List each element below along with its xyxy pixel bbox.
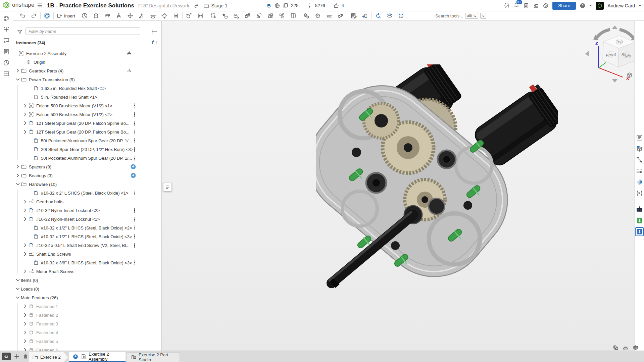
hide-others-button[interactable] xyxy=(386,12,393,19)
chev-right-icon[interactable] xyxy=(15,68,21,74)
tree-row[interactable]: Loads (0) xyxy=(13,285,161,293)
tree-row[interactable]: 50t Pocketed Aluminum Spur Gear (20 DP, … xyxy=(13,136,161,145)
tree-row[interactable]: Gearbox bolts xyxy=(13,197,161,206)
chev-down-icon[interactable] xyxy=(15,286,21,292)
tape-measure-icon[interactable] xyxy=(612,344,619,351)
chev-down-icon[interactable] xyxy=(15,76,21,83)
like-icon[interactable] xyxy=(333,3,339,9)
gear-relation-button[interactable] xyxy=(314,12,321,19)
script-check-icon[interactable] xyxy=(504,3,510,9)
dots-badge-icon[interactable] xyxy=(132,155,138,161)
tree-row[interactable]: 50t Pocketed Aluminum Spur Gear (20 DP, … xyxy=(13,154,161,162)
user-menu-caret-icon[interactable] xyxy=(639,5,641,6)
dots-badge-icon[interactable] xyxy=(132,190,138,196)
tree-row[interactable]: Fastened 2 xyxy=(13,311,161,319)
chev-down-icon[interactable] xyxy=(15,295,21,301)
chev-down-icon[interactable] xyxy=(15,277,21,283)
chev-right-icon[interactable] xyxy=(22,199,28,205)
tree-row[interactable]: #10-32 x 3/8" L BHCS (Steel, Black Oxide… xyxy=(13,258,161,267)
chev-right-icon[interactable] xyxy=(22,216,28,222)
tree-row[interactable]: 1.625 in. Rounded Hex Shaft <1> xyxy=(13,84,161,93)
replicate-button[interactable] xyxy=(244,12,251,19)
dots-badge-icon[interactable] xyxy=(132,216,138,222)
panel-flyout-handle[interactable] xyxy=(163,183,172,192)
planar-mate-button[interactable] xyxy=(127,12,134,19)
chev-right-icon[interactable] xyxy=(22,242,28,248)
search-tools[interactable]: Search tools... alt/⌥ c xyxy=(435,11,486,20)
tree-row[interactable]: #10-32 Nylon-Insert Locknut <2> xyxy=(13,206,161,215)
revolute-mate-button[interactable] xyxy=(104,12,111,19)
exploded-view-button[interactable] xyxy=(397,12,405,19)
tree-row[interactable]: Spacers (8) xyxy=(13,162,161,171)
chev-right-icon[interactable] xyxy=(22,321,28,327)
robot-app-icon[interactable] xyxy=(636,206,643,213)
tree-row[interactable]: #10-32 x 1/2" L BHCS (Steel, Black Oxide… xyxy=(13,232,161,241)
tree-row[interactable]: Items (0) xyxy=(13,276,161,285)
tables-icon[interactable] xyxy=(3,70,10,77)
fx-icon[interactable] xyxy=(636,190,643,197)
chev-right-icon[interactable] xyxy=(15,172,21,178)
distance-limit-button[interactable] xyxy=(197,12,204,19)
chev-right-icon[interactable] xyxy=(22,312,28,318)
book-blue-icon[interactable] xyxy=(636,228,643,235)
bom-edit-button[interactable] xyxy=(350,12,357,19)
tree-row[interactable]: Power Transmission (9) xyxy=(13,75,161,84)
tree-row[interactable]: 5 in. Rounded Hex Shaft <1> xyxy=(13,93,161,101)
dots-badge-icon[interactable] xyxy=(132,120,138,126)
tasks-icon[interactable] xyxy=(523,3,529,9)
tree-row[interactable]: Fastened 3 xyxy=(13,319,161,328)
dots-badge-icon[interactable] xyxy=(132,207,138,213)
tree-row[interactable]: Fastened 1 xyxy=(13,302,161,311)
slider-mate-button[interactable] xyxy=(115,12,122,19)
favorites-button[interactable] xyxy=(221,12,229,19)
cylindrical-mate-button[interactable] xyxy=(138,12,145,19)
filter-input[interactable] xyxy=(26,28,140,35)
filter-icon[interactable] xyxy=(17,29,23,35)
chev-right-icon[interactable] xyxy=(15,164,21,170)
insert-button[interactable]: Insert xyxy=(56,13,75,19)
chev-down-icon[interactable] xyxy=(15,181,21,187)
book-green-icon[interactable] xyxy=(636,217,643,224)
pinwheel-icon[interactable] xyxy=(636,178,643,186)
belt-relation-button[interactable] xyxy=(337,12,344,19)
dots-badge-icon[interactable] xyxy=(132,129,138,135)
tab-exercise-2-assembly[interactable]: Exercise 2 Assembly xyxy=(69,352,126,362)
chev-right-icon[interactable] xyxy=(22,338,28,344)
onshape-logo[interactable]: onshape xyxy=(3,1,35,9)
rail-insert-icon[interactable] xyxy=(3,26,10,33)
named-views-button[interactable] xyxy=(290,12,297,19)
redo-button[interactable] xyxy=(30,12,38,19)
tree-row[interactable]: Falcon 500 Brushless Motor (V1/2) <1> xyxy=(13,101,161,110)
list-options-icon[interactable] xyxy=(152,29,158,35)
undo-button[interactable] xyxy=(19,12,26,19)
feature-gears-button[interactable] xyxy=(303,12,310,19)
chev-right-icon[interactable] xyxy=(22,129,28,135)
avatar[interactable] xyxy=(596,2,604,10)
tree-row[interactable]: Bearings (3) xyxy=(13,171,161,180)
feature-list-icon[interactable] xyxy=(636,134,643,141)
add-folder-icon[interactable] xyxy=(152,40,158,46)
add-tab-icon[interactable] xyxy=(13,353,20,360)
selection-tools-button[interactable] xyxy=(210,12,217,19)
comments-icon[interactable] xyxy=(3,37,10,44)
chev-right-icon[interactable] xyxy=(22,251,28,257)
tab-search-button[interactable] xyxy=(2,353,11,360)
chev-right-icon[interactable] xyxy=(22,268,28,274)
mate-button[interactable] xyxy=(81,12,88,19)
dots-badge-icon[interactable] xyxy=(132,242,138,248)
help-caret-icon[interactable] xyxy=(589,5,592,6)
tree-row[interactable]: #10-32 x 2" L SHCS (Steel, Black Oxide) … xyxy=(13,189,161,197)
create-drawing-button[interactable] xyxy=(361,12,369,19)
home-tab-icon[interactable] xyxy=(22,353,29,360)
dots-badge-icon[interactable] xyxy=(132,234,138,240)
section-view-button[interactable] xyxy=(375,12,382,19)
history-icon[interactable] xyxy=(3,59,10,66)
tab-exercise-2-part-studio[interactable]: Exercise 2 Part Studio xyxy=(127,352,180,362)
tree-row[interactable]: 12T Steel Spur Gear (20 DP, Falcon Splin… xyxy=(13,127,161,136)
chev-right-icon[interactable] xyxy=(22,111,28,117)
notes-icon[interactable] xyxy=(3,48,10,55)
tree-row[interactable]: #10-32 Nylon-Insert Locknut <1> xyxy=(13,215,161,223)
dots-badge-icon[interactable] xyxy=(132,225,138,231)
tree-row[interactable]: Exercise 2 Assembly xyxy=(13,49,161,58)
pin-slot-mate-button[interactable] xyxy=(149,12,157,19)
